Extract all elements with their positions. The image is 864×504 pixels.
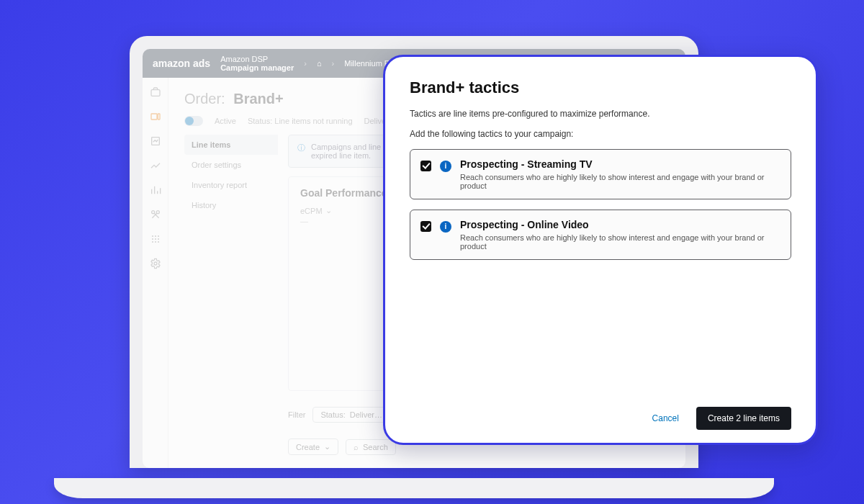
side-nav [143,78,168,468]
info-icon: i [440,161,451,172]
cancel-button[interactable]: Cancel [647,409,685,428]
crumb-product: Amazon DSP Campaign manager [220,55,294,72]
tactic-option[interactable]: i Prospecting - Streaming TV Reach consu… [410,149,791,199]
gear-icon[interactable] [150,258,161,269]
checkbox-checked-icon[interactable] [420,161,431,171]
trend-icon[interactable] [150,160,161,171]
svg-rect-2 [158,114,160,120]
create-button[interactable]: Create ⌄ [288,438,338,455]
chevron-right-icon: › [304,59,307,68]
modal-footer: Cancel Create 2 line items [410,401,791,430]
info-icon: i [440,221,451,233]
tactic-description: Reach consumers who are highly likely to… [460,233,780,251]
campaign-icon[interactable] [150,111,161,122]
tactic-title: Prospecting - Streaming TV [460,158,780,170]
svg-point-10 [154,238,156,240]
create-line-items-button[interactable]: Create 2 line items [696,407,791,430]
svg-point-9 [151,238,153,240]
tactic-title: Prospecting - Online Video [460,219,780,230]
modal-instruction: Add the following tactics to your campai… [410,129,791,139]
chevron-down-icon: ⌄ [325,206,332,215]
tab-history[interactable]: History [184,195,278,215]
tab-line-items[interactable]: Line items [184,135,278,155]
svg-point-6 [151,235,153,237]
active-label: Active [215,117,236,125]
modal-title: Brand+ tactics [410,78,791,97]
svg-point-8 [157,235,158,237]
search-input[interactable]: ⌕ Search [346,439,396,455]
inner-tabs: Line items Order settings Inventory repo… [184,135,278,455]
status-label: Status: Line items not running [248,117,353,125]
checkbox-checked-icon[interactable] [420,221,431,232]
svg-point-11 [157,238,158,240]
svg-point-7 [154,235,156,237]
tactics-modal: Brand+ tactics Tactics are line items pr… [383,55,818,445]
info-icon: ⓘ [297,143,305,153]
grid-icon[interactable] [150,233,161,245]
tab-order-settings[interactable]: Order settings [184,155,278,175]
svg-point-13 [154,241,156,243]
filter-label: Filter [288,410,305,419]
briefcase-icon[interactable] [150,86,161,98]
svg-point-15 [154,262,157,265]
bars-icon[interactable] [150,184,161,196]
tactic-description: Reach consumers who are highly likely to… [460,173,780,190]
svg-rect-1 [151,114,157,120]
svg-point-14 [157,241,158,243]
modal-intro: Tactics are line items pre-configured to… [410,109,791,119]
active-toggle[interactable] [184,116,203,126]
filter-status-chip[interactable]: Status: Deliver… [312,407,390,423]
chart-icon[interactable] [150,135,161,147]
tools-icon[interactable] [150,209,161,220]
crumb-home-icon: ⌂ [317,59,322,68]
search-icon: ⌕ [354,443,359,451]
tactic-option[interactable]: i Prospecting - Online Video Reach consu… [410,210,791,260]
svg-point-12 [151,241,153,243]
chevron-right-icon: › [332,59,335,68]
chevron-down-icon: ⌄ [324,442,330,451]
brand-logo: amazon ads [153,58,210,69]
tab-inventory-report[interactable]: Inventory report [184,175,278,195]
svg-rect-0 [151,90,160,96]
device-base [54,478,774,498]
